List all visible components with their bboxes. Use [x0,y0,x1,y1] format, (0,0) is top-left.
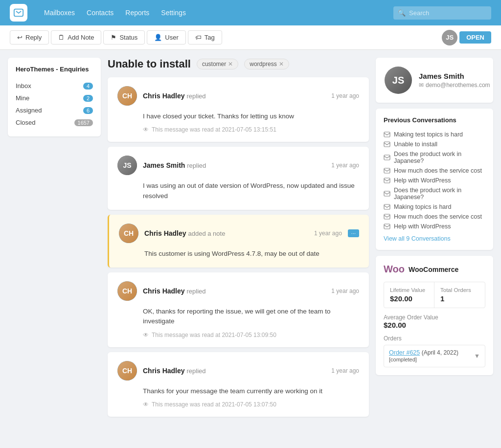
sidebar-item-inbox[interactable]: Inbox 4 [16,80,93,92]
view-all-conversations[interactable]: View all 9 Conversations [384,235,485,242]
prev-item-7[interactable]: How much does the service cost [384,212,485,222]
prev-item-2[interactable]: Does the product work in Japanese? [384,149,485,166]
top-navigation: Mailboxes Contacts Reports Settings 🔍 [0,0,501,25]
envelope-icon-0 [384,131,390,138]
lifetime-value-stat: Lifetime Value $20.00 [384,282,434,308]
read-status-1: 👁 This message was read at 2021-07-05 13… [117,126,359,133]
prev-item-0[interactable]: Making test topics is hard [384,130,485,139]
prev-item-5[interactable]: Does the product work in Japanese? [384,185,485,202]
card-header-4: CH Chris Hadley replied 1 year ago [117,281,359,301]
nav-reports[interactable]: Reports [125,9,149,17]
card-body-5: Thanks for your message the team current… [117,386,359,396]
svg-rect-1 [384,132,390,137]
user-icon: 👤 [154,34,162,41]
add-note-button[interactable]: 🗒 Add Note [51,30,101,45]
envelope-icon-2 [384,154,390,161]
prev-item-6[interactable]: Making topics is hard [384,202,485,212]
search-input[interactable] [393,6,491,20]
user-card: JS James Smith ✉ demo@herothemes.com [376,58,493,103]
avatar-chris-3: CH [117,281,137,301]
envelope-icon-3 [384,167,390,174]
flag-icon: ⚑ [111,34,116,41]
content-header: Unable to install customer ✕ wordpress ✕ [108,58,369,70]
read-status-4: 👁 This message was read at 2021-07-05 13… [117,332,359,338]
conversation-card-4: CH Chris Hadley replied 1 year ago OK, t… [108,272,369,347]
orders-label: Orders [384,335,485,342]
sidebar-item-assigned[interactable]: Assigned 6 [16,104,93,116]
svg-rect-7 [384,204,390,209]
user-email: ✉ demo@herothemes.com [419,82,490,89]
card-body-3: This customer is using WordPress 4.7.8, … [119,249,359,259]
user-avatar: JS [385,67,412,94]
prev-item-3[interactable]: How much does the service cost [384,166,485,176]
sidebar: HeroThemes - Enquiries Inbox 4 Mine 2 As… [8,58,101,136]
sidebar-item-closed[interactable]: Closed 1657 [16,116,93,129]
chevron-down-icon[interactable]: ▼ [474,353,480,359]
prev-item-1[interactable]: Unable to install [384,139,485,149]
user-button[interactable]: 👤 User [147,30,185,45]
woocommerce-stats: Lifetime Value $20.00 Total Orders 1 [384,282,485,308]
svg-rect-5 [384,178,390,183]
tag-customer-remove-icon[interactable]: ✕ [228,61,233,67]
note-icon: 🗒 [58,34,65,41]
avatar-james-1: JS [117,156,137,175]
card-meta-2: James Smith replied [143,161,325,169]
sidebar-title: HeroThemes - Enquiries [16,66,93,73]
svg-rect-8 [384,214,390,219]
avatar-chris-1: CH [117,86,137,106]
svg-rect-4 [384,168,390,173]
eye-icon-5: 👁 [143,401,149,408]
reply-button[interactable]: ↩ Reply [10,30,49,45]
conversation-card-3: CH Chris Hadley added a note 1 year ago … [108,215,369,268]
tag-customer[interactable]: customer ✕ [197,59,238,69]
envelope-icon-6 [384,203,390,210]
note-actions-button[interactable]: ··· [348,229,359,237]
envelope-icon-1 [384,141,390,148]
envelope-icon-8 [384,223,390,230]
svg-rect-3 [384,155,390,160]
conversation-card-2: JS James Smith replied 1 year ago I was … [108,147,369,210]
previous-conversations-title: Previous Conversations [384,116,485,124]
total-orders-stat: Total Orders 1 [434,282,485,308]
woocommerce-title: WooCommerce [409,266,458,273]
user-info: James Smith ✉ demo@herothemes.com [419,72,490,89]
order-item: Order #625 (April 4, 2022)[completed] ▼ [384,345,485,367]
prev-item-8[interactable]: Help with WordPress [384,222,485,231]
nav-settings[interactable]: Settings [161,9,186,17]
avg-order-stat: Average Order Value $20.00 [384,314,485,329]
envelope-icon-5 [384,190,390,197]
toolbar: ↩ Reply 🗒 Add Note ⚑ Status 👤 User 🏷 Tag… [0,25,501,50]
card-header-2: JS James Smith replied 1 year ago [117,156,359,175]
previous-conversations: Previous Conversations Making test topic… [376,109,493,250]
prev-item-4[interactable]: Help with WordPress [384,176,485,185]
svg-rect-6 [384,191,390,196]
envelope-icon-4 [384,177,390,184]
conversation-card-5: CH Chris Hadley replied 1 year ago Thank… [108,352,369,417]
card-meta-5: Chris Hadley replied [143,367,325,375]
status-badge: OPEN [459,31,491,44]
right-panel: JS James Smith ✉ demo@herothemes.com Pre… [376,58,493,440]
order-link[interactable]: Order #625 [389,349,420,356]
nav-contacts[interactable]: Contacts [87,9,114,17]
card-body-2: I was using an out of date version of Wo… [117,181,359,201]
tag-wordpress-remove-icon[interactable]: ✕ [279,61,284,67]
page-title: Unable to install [108,58,191,70]
tag-wordpress[interactable]: wordpress ✕ [244,59,289,69]
card-header-1: CH Chris Hadley replied 1 year ago [117,86,359,106]
search-icon: 🔍 [398,9,406,17]
reply-icon: ↩ [17,34,23,41]
woocommerce-section: Woo WooCommerce Lifetime Value $20.00 To… [376,256,493,375]
card-meta-1: Chris Hadley replied [143,92,325,100]
main-layout: HeroThemes - Enquiries Inbox 4 Mine 2 As… [0,50,501,448]
email-icon: ✉ [419,82,424,89]
card-header-3: CH Chris Hadley added a note 1 year ago … [119,224,359,243]
card-body-1: I have closed your ticket. Thanks for le… [117,112,359,121]
avatar-chris-4: CH [117,361,137,381]
content-area: Unable to install customer ✕ wordpress ✕… [108,58,369,440]
sidebar-item-mine[interactable]: Mine 2 [16,92,93,104]
status-button[interactable]: ⚑ Status [103,30,145,45]
nav-mailboxes[interactable]: Mailboxes [44,9,75,17]
svg-rect-2 [384,142,390,147]
tag-button[interactable]: 🏷 Tag [188,30,222,45]
conversation-card-1: CH Chris Hadley replied 1 year ago I hav… [108,77,369,142]
